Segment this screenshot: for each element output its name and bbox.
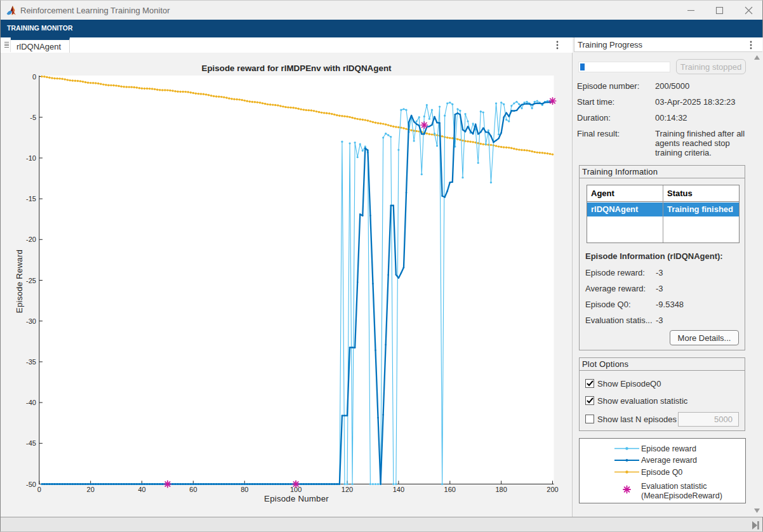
svg-text:40: 40 — [138, 486, 145, 493]
svg-text:60: 60 — [189, 486, 197, 493]
svg-text:Episode Number: Episode Number — [264, 494, 329, 503]
svg-text:Episode Q0: Episode Q0 — [641, 468, 682, 477]
svg-text:-35: -35 — [26, 358, 36, 366]
svg-text:180: 180 — [495, 486, 507, 493]
svg-text:Average reward: Average reward — [641, 456, 697, 465]
svg-text:140: 140 — [393, 486, 404, 493]
svg-text:Evaluation statistic: Evaluation statistic — [641, 482, 707, 491]
svg-text:Episode Reward: Episode Reward — [15, 249, 24, 313]
svg-text:80: 80 — [241, 486, 248, 493]
svg-text:Episode reward: Episode reward — [641, 444, 696, 453]
svg-text:20: 20 — [87, 486, 95, 493]
svg-text:-30: -30 — [26, 317, 36, 325]
svg-text:-40: -40 — [26, 399, 36, 406]
svg-text:-20: -20 — [26, 236, 36, 243]
svg-text:120: 120 — [342, 486, 353, 493]
svg-text:-50: -50 — [26, 481, 36, 488]
svg-text:-15: -15 — [26, 195, 36, 203]
svg-text:-10: -10 — [26, 154, 36, 162]
svg-text:200: 200 — [547, 486, 558, 493]
svg-text:0: 0 — [37, 486, 41, 493]
svg-text:-45: -45 — [26, 439, 36, 447]
svg-text:-25: -25 — [26, 277, 36, 284]
svg-text:160: 160 — [444, 486, 456, 493]
svg-text:0: 0 — [32, 73, 36, 81]
svg-text:(MeanEpisodeReward): (MeanEpisodeReward) — [641, 491, 722, 500]
svg-text:Episode reward for rlMDPEnv wi: Episode reward for rlMDPEnv with rlDQNAg… — [201, 63, 392, 73]
svg-text:-5: -5 — [30, 114, 36, 121]
